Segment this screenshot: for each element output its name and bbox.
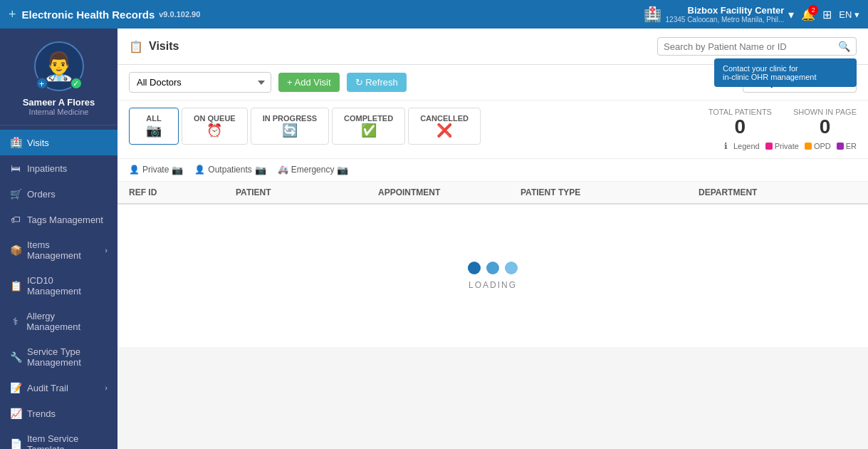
status-tab-all-icon: 📷: [146, 123, 162, 138]
status-tab-on-queue[interactable]: ON QUEUE ⏰: [182, 108, 248, 145]
status-tab-completed[interactable]: COMPLETED ✅: [332, 108, 405, 145]
add-visit-label: + Add Visit: [287, 77, 331, 88]
facility-section: 🏥 Bizbox Facility Center 12345 Caloocan,…: [644, 5, 795, 24]
legend-row: ℹ Legend Private OPD ER: [724, 141, 857, 151]
private-user-icon: 👤: [129, 165, 140, 175]
doctor-select[interactable]: All Doctors: [129, 72, 271, 93]
language-arrow-icon: ▾: [854, 9, 859, 20]
sidebar-nav: 🏥 Visits 🛏 Inpatients 🛒 Orders 🏷 Tags Ma…: [0, 125, 117, 449]
status-tab-cancelled-label: CANCELLED: [420, 114, 469, 123]
notifications-badge: 2: [808, 5, 818, 15]
status-tabs-row: ALL 📷 ON QUEUE ⏰ IN PROGRESS 🔄 COMPLETED…: [117, 100, 868, 159]
sidebar-item-icd10-management[interactable]: 📋 ICD10 Management: [0, 268, 117, 304]
service-icon: 🔧: [10, 351, 21, 363]
legend-er: ER: [837, 142, 857, 150]
status-tab-on-queue-label: ON QUEUE: [194, 114, 236, 123]
loading-dots: [468, 262, 518, 274]
outpatients-camera-icon: 📷: [255, 165, 266, 175]
avatar-plus-btn[interactable]: +: [36, 77, 48, 90]
legend-er-dot: [837, 143, 844, 150]
sidebar-item-items-management[interactable]: 📦 Items Management ›: [0, 232, 117, 268]
search-box: 🔍: [657, 37, 857, 56]
add-visit-button[interactable]: + Add Visit: [278, 73, 340, 92]
tooltip-line1: Contact your clinic for: [723, 64, 848, 73]
table-body: LOADING: [117, 205, 868, 347]
search-button[interactable]: 🔍: [838, 41, 850, 52]
search-wrapper: 🔍 Contact your clinic for in-clinic OHR …: [657, 37, 857, 56]
legend-opd-label: OPD: [814, 142, 831, 150]
sidebar-item-trends[interactable]: 📈 Trends: [0, 401, 117, 426]
sidebar-item-label: Trends: [27, 408, 56, 419]
col-patient-type: Patient Type: [521, 187, 699, 197]
sidebar-item-label: Inpatients: [27, 163, 67, 174]
sidebar: 👨‍⚕️ ✓ + Sameer A Flores Internal Medici…: [0, 29, 117, 449]
page-title-text: Visits: [149, 40, 179, 53]
status-tab-in-progress-icon: 🔄: [282, 123, 298, 138]
visits-icon: 🏥: [10, 137, 21, 148]
loading-dot-1: [468, 262, 481, 274]
sidebar-item-inpatients[interactable]: 🛏 Inpatients: [0, 155, 117, 181]
legend-info-icon: ℹ: [724, 141, 728, 151]
sidebar-item-audit-trail[interactable]: 📝 Audit Trail ›: [0, 375, 117, 401]
facility-dropdown-btn[interactable]: ▾: [788, 8, 794, 21]
profile-role: Internal Medicine: [29, 108, 89, 116]
sidebar-item-item-service-template[interactable]: 📄 Item Service Template: [0, 426, 117, 449]
shown-in-page-count: SHOWN IN PAGE 0: [793, 108, 857, 138]
language-label: EN: [839, 9, 852, 20]
brand-section: + Electronic Health Records v9.0.102.90: [9, 7, 200, 22]
notifications-btn[interactable]: 🔔 2: [801, 8, 815, 21]
sidebar-item-service-type-management[interactable]: 🔧 Service Type Management: [0, 339, 117, 375]
status-tab-in-progress[interactable]: IN PROGRESS 🔄: [251, 108, 329, 145]
page-title: 📋 Visits: [129, 40, 179, 53]
sidebar-item-label: Allergy Management: [26, 311, 108, 332]
items-icon: 📦: [10, 244, 21, 256]
patient-type-emergency[interactable]: 🚑 Emergency 📷: [278, 165, 349, 175]
template-icon: 📄: [10, 438, 21, 449]
items-management-arrow-icon: ›: [105, 246, 108, 254]
counts-section: TOTAL PATIENTS 0 SHOWN IN PAGE 0 ℹ Legen…: [708, 108, 857, 151]
sidebar-item-orders[interactable]: 🛒 Orders: [0, 181, 117, 207]
shown-in-page-value: 0: [793, 116, 857, 138]
search-input[interactable]: [664, 41, 838, 52]
topnav-right: 🏥 Bizbox Facility Center 12345 Caloocan,…: [644, 5, 859, 24]
sidebar-item-label: Items Management: [27, 239, 99, 261]
legend-private-dot: [765, 143, 773, 150]
patient-type-private[interactable]: 👤 Private 📷: [129, 165, 183, 175]
refresh-button[interactable]: ↻ Refresh: [347, 73, 407, 92]
facility-info: Bizbox Facility Center 12345 Caloocan, M…: [666, 5, 785, 24]
sidebar-item-visits[interactable]: 🏥 Visits: [0, 130, 117, 155]
avatar-doctor-icon: 👨‍⚕️: [42, 51, 75, 82]
total-patients-value: 0: [708, 116, 772, 138]
sidebar-item-label: Item Service Template: [27, 433, 108, 449]
page-header: 📋 Visits 🔍 Contact your clinic for in-cl…: [117, 29, 868, 65]
icd10-icon: 📋: [10, 280, 21, 291]
loading-dot-2: [486, 262, 499, 274]
sidebar-item-allergy-management[interactable]: ⚕ Allergy Management: [0, 304, 117, 339]
col-department: Department: [699, 187, 857, 197]
audit-trail-arrow-icon: ›: [105, 383, 108, 392]
sidebar-item-tags-management[interactable]: 🏷 Tags Management: [0, 207, 117, 232]
patient-type-row: 👤 Private 📷 👤 Outpatients 📷 🚑 Emergency …: [117, 159, 868, 182]
profile-name: Sameer A Flores: [23, 97, 95, 108]
orders-icon: 🛒: [10, 188, 21, 200]
emergency-camera-icon: 📷: [337, 165, 348, 175]
avatar-check-badge: ✓: [70, 77, 83, 90]
col-appointment: Appointment: [378, 187, 521, 197]
top-navbar: + Electronic Health Records v9.0.102.90 …: [0, 0, 868, 29]
legend-label: Legend: [733, 142, 760, 150]
language-btn[interactable]: EN ▾: [839, 9, 859, 20]
private-camera-icon: 📷: [172, 165, 183, 175]
tags-icon: 🏷: [10, 214, 21, 225]
table-section: Ref Id Patient Appointment Patient Type …: [117, 182, 868, 347]
page-title-icon: 📋: [129, 40, 143, 53]
patient-type-outpatients[interactable]: 👤 Outpatients 📷: [194, 165, 266, 175]
grid-menu-btn[interactable]: ⊞: [822, 8, 832, 21]
sidebar-item-label: Visits: [27, 138, 49, 148]
app-title: Electronic Health Records v9.0.102.90: [22, 9, 201, 21]
status-tab-cancelled[interactable]: CANCELLED ❌: [408, 108, 481, 145]
legend-private-label: Private: [775, 142, 799, 150]
status-tab-all[interactable]: ALL 📷: [129, 108, 179, 145]
sidebar-item-label: Audit Trail: [27, 383, 68, 393]
app-plus-icon: +: [9, 7, 16, 22]
legend-opd: OPD: [805, 142, 831, 150]
